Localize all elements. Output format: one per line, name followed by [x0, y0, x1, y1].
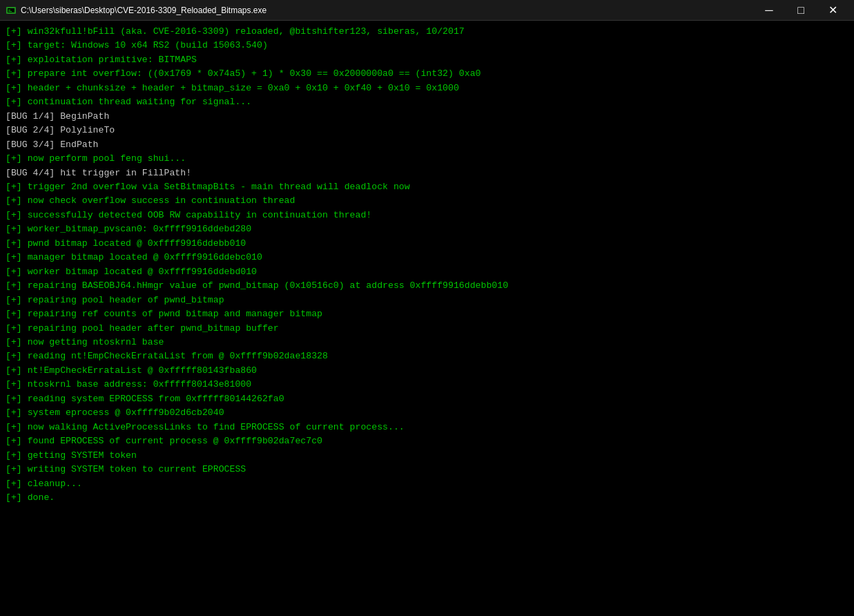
title-bar: C:\Users\siberas\Desktop\CVE-2016-3309_R…	[0, 0, 854, 21]
console-line: [+] getting SYSTEM token	[6, 449, 848, 463]
maximize-button[interactable]: □	[785, 0, 817, 21]
console-line: [+] win32kfull!bFill (aka. CVE-2016-3309…	[6, 25, 848, 39]
console-line: [+] pwnd bitmap located @ 0xffff9916ddeb…	[6, 237, 848, 251]
console-line: [+] worker_bitmap_pvscan0: 0xffff9916dde…	[6, 222, 848, 236]
console-line: [+] repairing pool header of pwnd_bitmap	[6, 293, 848, 307]
console-line: [+] prepare int overflow: ((0x1769 * 0x7…	[6, 67, 848, 81]
console-line: [+] continuation thread waiting for sign…	[6, 95, 848, 109]
svg-rect-3	[8, 11, 12, 12]
console-line: [+] cleanup...	[6, 477, 848, 491]
minimize-button[interactable]: ─	[753, 0, 785, 21]
console-line: [+] now getting ntoskrnl base	[6, 336, 848, 349]
console-line: [+] successfully detected OOB RW capabil…	[6, 209, 848, 222]
console-line: [BUG 1/4] BeginPath	[6, 110, 848, 124]
console-line: [+] done.	[6, 491, 848, 505]
console-line: [+] worker bitmap located @ 0xffff9916dd…	[6, 265, 848, 279]
console-line: [BUG 2/4] PolylineTo	[6, 124, 848, 137]
window-controls: ─ □ ✕	[753, 0, 848, 21]
app-icon	[6, 5, 17, 16]
console-line: [+] now perform pool feng shui...	[6, 152, 848, 166]
console-line: [+] trigger 2nd overflow via SetBitmapBi…	[6, 180, 848, 194]
console-line: [BUG 3/4] EndPath	[6, 138, 848, 152]
console-line: [+] ntoskrnl base address: 0xfffff80143e…	[6, 378, 848, 392]
console-line: [+] header + chunksize + header + bitmap…	[6, 81, 848, 95]
console-line: [+] exploitation primitive: BITMAPS	[6, 53, 848, 67]
console-line: [+] repairing ref counts of pwnd bitmap …	[6, 307, 848, 321]
console-line: [+] writing SYSTEM token to current EPRO…	[6, 463, 848, 477]
console-line: [+] repairing BASEOBJ64.hHmgr value of p…	[6, 279, 848, 293]
svg-rect-2	[8, 10, 10, 10]
console-line: [BUG 4/4] hit trigger in FillPath!	[6, 166, 848, 180]
console-output: [+] win32kfull!bFill (aka. CVE-2016-3309…	[0, 21, 854, 616]
console-line: [+] now check overflow success in contin…	[6, 194, 848, 208]
console-line: [+] found EPROCESS of current process @ …	[6, 434, 848, 448]
close-button[interactable]: ✕	[817, 0, 848, 21]
console-line: [+] now walking ActiveProcessLinks to fi…	[6, 421, 848, 434]
console-line: [+] target: Windows 10 x64 RS2 (build 15…	[6, 39, 848, 52]
console-line: [+] repairing pool header after pwnd_bit…	[6, 322, 848, 336]
console-line: [+] system eprocess @ 0xffff9b02d6cb2040	[6, 406, 848, 420]
console-line: [+] nt!EmpCheckErrataList @ 0xfffff80143…	[6, 364, 848, 378]
console-line: [+] reading nt!EmpCheckErrataList from @…	[6, 349, 848, 363]
console-line: [+] manager bitmap located @ 0xffff9916d…	[6, 251, 848, 264]
console-line: [+] reading system EPROCESS from 0xfffff…	[6, 392, 848, 406]
window-title: C:\Users\siberas\Desktop\CVE-2016-3309_R…	[21, 6, 266, 15]
